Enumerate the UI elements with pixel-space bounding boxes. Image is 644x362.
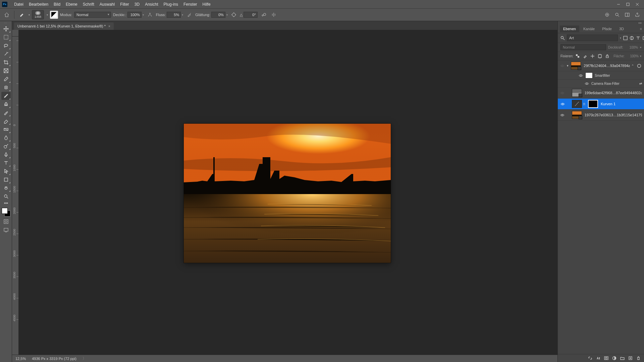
gradient-tool[interactable] [1, 125, 11, 133]
visibility-toggle[interactable] [560, 112, 565, 118]
menu-bearbeiten[interactable]: Bearbeiten [26, 2, 51, 7]
marquee-tool[interactable] [1, 33, 11, 41]
window-maximize-button[interactable] [623, 1, 633, 7]
pressure-opacity-icon[interactable] [146, 11, 154, 19]
ruler-vertical[interactable]: 050010001500200025003000350040004500 [12, 37, 19, 355]
stamp-tool[interactable] [1, 100, 11, 108]
menu-3d[interactable]: 3D [132, 2, 142, 7]
delete-layer-icon[interactable] [635, 355, 641, 361]
window-close-button[interactable] [633, 1, 642, 7]
layer-filter-input[interactable] [567, 35, 618, 41]
eyedropper-tool[interactable] [1, 75, 11, 83]
blend-mode-select[interactable]: Normal [74, 12, 111, 18]
lock-transparency-icon[interactable] [575, 53, 581, 59]
smoothing-options-icon[interactable] [230, 11, 238, 19]
layer-name[interactable]: 199e6dae42f968…87ee94944802d [585, 91, 642, 95]
lock-all-icon[interactable] [604, 53, 610, 59]
opacity-dropdown[interactable]: ▾ [143, 13, 144, 16]
search-icon[interactable] [613, 11, 621, 19]
symmetry-icon[interactable] [270, 11, 278, 19]
toolbox-handle[interactable]: ⋯ [1, 22, 11, 24]
brush-tool[interactable] [1, 92, 11, 100]
adjustment-thumbnail[interactable] [572, 100, 582, 108]
share-export-icon[interactable] [633, 11, 641, 19]
dodge-tool[interactable] [1, 142, 11, 150]
panel-collapse-icon[interactable]: ▸▸ [558, 21, 644, 24]
frame-tool[interactable] [1, 67, 11, 75]
smoothing-input[interactable] [211, 12, 225, 18]
edit-toolbar-icon[interactable] [1, 201, 11, 205]
home-icon[interactable] [3, 11, 11, 19]
layer-thumbnail[interactable] [572, 89, 582, 97]
status-docinfo[interactable]: 4936 Px x 3319 Px (72 ppi) [32, 357, 76, 361]
menu-auswahl[interactable]: Auswahl [97, 2, 117, 7]
color-swatches[interactable] [2, 208, 10, 217]
expand-toggle[interactable]: ▾ [566, 64, 570, 67]
layer-fx-icon[interactable] [595, 355, 601, 361]
link-icon[interactable]: ⎘ [583, 102, 587, 106]
airbrush-icon[interactable] [185, 11, 193, 19]
layer-thumbnail[interactable] [572, 111, 582, 119]
brush-preview[interactable]: 1468 [32, 10, 44, 19]
visibility-toggle[interactable] [560, 101, 565, 107]
zoom-tool[interactable] [1, 192, 11, 200]
visibility-toggle[interactable] [578, 73, 583, 78]
move-tool[interactable] [1, 25, 11, 33]
visibility-toggle[interactable] [560, 63, 565, 68]
menu-plugins[interactable]: Plug-ins [161, 2, 181, 7]
layer-row[interactable]: 199e6dae42f968…87ee94944802d [558, 87, 644, 99]
tool-preset-dropdown[interactable]: ▾ [29, 13, 30, 16]
lock-pixels-icon[interactable] [582, 53, 588, 59]
hand-tool[interactable] [1, 184, 11, 192]
filter-adjust-icon[interactable] [630, 35, 634, 41]
magic-wand-tool[interactable] [1, 50, 11, 58]
status-zoom[interactable]: 12,5% [15, 357, 26, 361]
mask-thumbnail[interactable] [588, 100, 598, 108]
filter-mask-thumbnail[interactable] [585, 72, 593, 78]
lasso-tool[interactable] [1, 42, 11, 50]
crop-tool[interactable] [1, 58, 11, 66]
document-tab[interactable]: Unbenannt-1 bei 12,5% (Kurven 1, Ebenenm… [14, 22, 114, 30]
flow-input[interactable] [167, 12, 181, 18]
panel-menu-icon[interactable]: ≡ [640, 27, 642, 31]
workspace-icon[interactable] [623, 11, 631, 19]
fill-dropdown[interactable]: ▾ [640, 55, 641, 58]
blend-mode-select-panel[interactable]: Normal [560, 44, 606, 50]
layer-thumbnail[interactable] [571, 62, 581, 70]
menu-ansicht[interactable]: Ansicht [142, 2, 161, 7]
path-select-tool[interactable] [1, 167, 11, 175]
filter-entry[interactable]: Camera Raw-Filter ⇄ [558, 80, 644, 87]
menu-datei[interactable]: Datei [11, 2, 26, 7]
healing-tool[interactable] [1, 83, 11, 92]
menu-ebene[interactable]: Ebene [63, 2, 80, 7]
smart-filters-row[interactable]: Smartfilter [558, 71, 644, 80]
layer-row[interactable]: ⎘ Kurven 1 [558, 99, 644, 110]
quick-share-icon[interactable] [603, 11, 611, 19]
filter-search-icon[interactable] [560, 35, 565, 41]
tab-3d[interactable]: 3D [616, 25, 627, 32]
layer-name[interactable]: 1970c267e03613…1b3f115e14179 [585, 113, 642, 117]
layer-row[interactable]: ▾ 29f7fb124604…93a047894a38 ⌃ [558, 60, 644, 71]
link-layers-icon[interactable] [587, 355, 593, 361]
adjustment-layer-icon[interactable] [611, 355, 617, 361]
window-minimize-button[interactable] [614, 1, 623, 7]
smoothing-dropdown[interactable]: ▾ [226, 13, 228, 16]
flow-dropdown[interactable]: ▾ [182, 13, 183, 16]
type-tool[interactable] [1, 159, 11, 167]
new-layer-icon[interactable] [627, 355, 633, 361]
filter-shape-icon[interactable] [642, 35, 644, 41]
tab-kanaele[interactable]: Kanäle [580, 25, 598, 32]
brush-panel-toggle-icon[interactable] [50, 11, 58, 19]
visibility-toggle[interactable] [584, 81, 589, 86]
ruler-origin[interactable] [12, 30, 19, 37]
tool-preset-icon[interactable] [18, 11, 26, 19]
layer-name[interactable]: Kurven 1 [601, 102, 615, 106]
angle-input[interactable] [244, 12, 258, 18]
menu-bild[interactable]: Bild [51, 2, 63, 7]
fill-value[interactable]: 100% [626, 54, 639, 58]
opacity-dropdown-panel[interactable]: ▾ [640, 46, 641, 49]
layer-name[interactable]: 29f7fb124604…93a047894a38 [584, 64, 630, 68]
menu-filter[interactable]: Filter [117, 2, 132, 7]
close-tab-icon[interactable]: × [108, 24, 110, 28]
lock-artboard-icon[interactable] [597, 53, 603, 59]
